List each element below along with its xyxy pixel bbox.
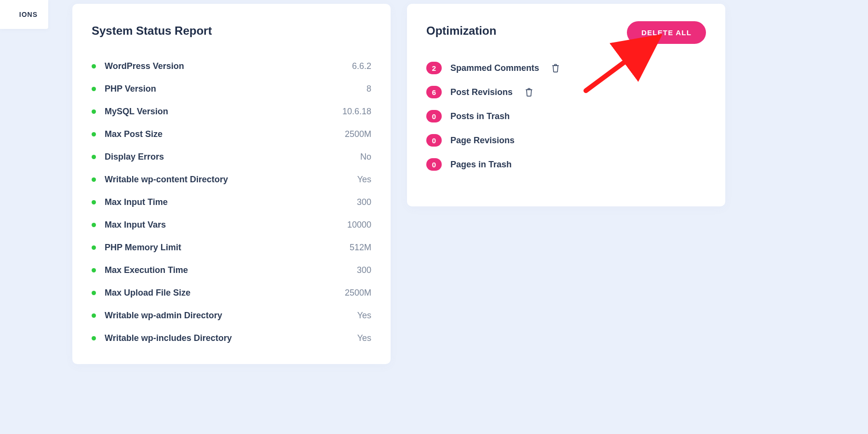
status-label: PHP Version [105,84,156,94]
status-row: Max Input Time300 [92,191,371,214]
status-label: PHP Memory Limit [105,243,181,253]
status-dot-icon [92,132,96,136]
optimization-label: Pages in Trash [450,160,512,170]
status-label: Writable wp-content Directory [105,175,228,185]
status-label: Max Input Time [105,197,168,207]
status-label: Writable wp-admin Directory [105,311,222,321]
count-badge: 0 [426,158,442,171]
sidebar-fragment-text: IONS [19,11,38,18]
status-label: MySQL Version [105,107,168,117]
status-label: Max Execution Time [105,265,188,275]
trash-icon[interactable] [551,63,560,73]
status-dot-icon [92,291,96,295]
status-label: Max Post Size [105,129,163,139]
system-status-card: System Status Report WordPress Version6.… [72,4,391,364]
status-value: 2500M [345,288,371,298]
optimization-row: 2Spammed Comments [426,56,706,80]
status-row: Writable wp-content DirectoryYes [92,168,371,191]
status-row: Writable wp-includes DirectoryYes [92,327,371,350]
status-row: Max Input Vars10000 [92,214,371,236]
status-row: Display ErrorsNo [92,146,371,168]
status-value: No [360,152,371,162]
status-value: Yes [357,175,371,185]
status-dot-icon [92,313,96,318]
status-dot-icon [92,245,96,250]
optimization-label: Spammed Comments [450,63,539,73]
status-row: WordPress Version6.6.2 [92,55,371,78]
status-label: WordPress Version [105,61,184,71]
optimization-label: Posts in Trash [450,111,510,122]
status-value: 8 [366,84,371,94]
status-dot-icon [92,87,96,91]
optimization-label: Post Revisions [450,87,513,97]
status-value: 6.6.2 [352,61,371,71]
status-value: 512M [350,243,371,253]
count-badge: 0 [426,134,442,147]
status-value: 300 [357,265,371,275]
status-value: 300 [357,197,371,207]
optimization-row: 6Post Revisions [426,80,706,104]
status-row: Writable wp-admin DirectoryYes [92,304,371,327]
status-row: PHP Memory Limit512M [92,236,371,259]
status-dot-icon [92,64,96,68]
status-dot-icon [92,109,96,114]
status-dot-icon [92,177,96,182]
optimization-row: 0Page Revisions [426,128,706,152]
status-row: PHP Version8 [92,78,371,100]
status-value: Yes [357,311,371,321]
status-value: Yes [357,333,371,343]
status-row: Max Execution Time300 [92,259,371,282]
status-label: Writable wp-includes Directory [105,333,232,343]
optimization-label: Page Revisions [450,136,515,146]
status-dot-icon [92,268,96,272]
status-label: Display Errors [105,152,164,162]
status-row: Max Post Size2500M [92,123,371,146]
count-badge: 6 [426,86,442,98]
status-dot-icon [92,336,96,340]
count-badge: 0 [426,110,442,122]
status-dot-icon [92,155,96,159]
status-dot-icon [92,223,96,227]
status-value: 10000 [347,220,371,230]
delete-all-button[interactable]: DELETE ALL [627,21,706,44]
optimization-card: Optimization DELETE ALL 2Spammed Comment… [407,4,725,206]
status-row: MySQL Version10.6.18 [92,100,371,123]
count-badge: 2 [426,62,442,74]
status-value: 10.6.18 [342,107,371,117]
status-label: Max Input Vars [105,220,166,230]
system-status-title: System Status Report [92,24,371,38]
status-label: Max Upload File Size [105,288,190,298]
sidebar-fragment: IONS [0,0,48,29]
optimization-row: 0Posts in Trash [426,104,706,128]
status-dot-icon [92,200,96,204]
status-row: Max Upload File Size2500M [92,282,371,304]
optimization-row: 0Pages in Trash [426,152,706,176]
trash-icon[interactable] [524,87,534,97]
status-value: 2500M [345,129,371,139]
